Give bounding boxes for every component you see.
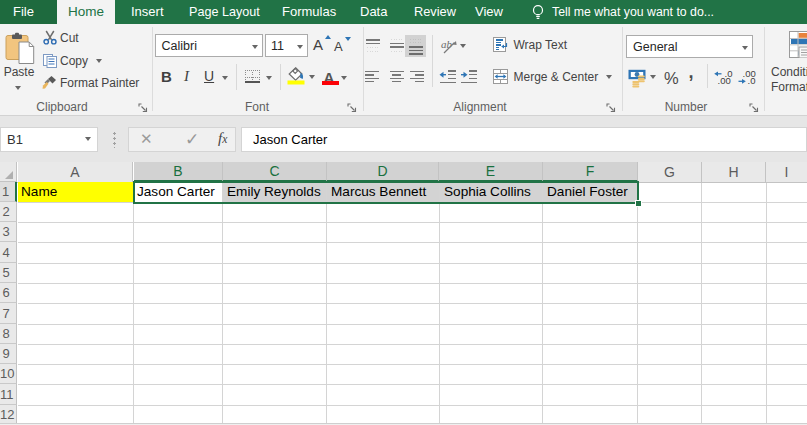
- svg-text:.00: .00: [718, 74, 731, 85]
- svg-text:.0: .0: [748, 74, 756, 85]
